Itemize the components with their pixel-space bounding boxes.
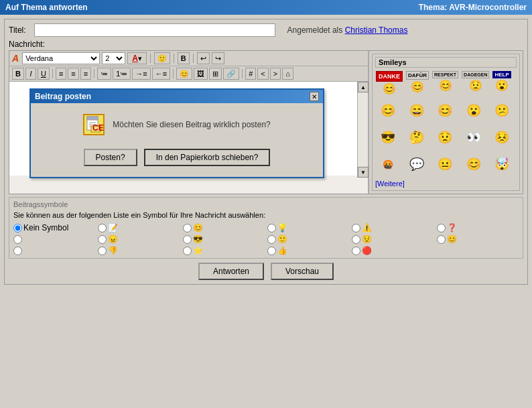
- weitere-link[interactable]: [Weitere]: [375, 180, 517, 188]
- smiley-danke[interactable]: DANKE 😊: [375, 70, 403, 96]
- bold-button[interactable]: B: [12, 68, 24, 80]
- vorschau-button[interactable]: Vorschau: [271, 263, 334, 280]
- sym-star: ⭐: [183, 246, 265, 255]
- sym-blank2: [13, 246, 95, 255]
- undo-button[interactable]: ↩: [197, 52, 210, 64]
- smiley-2[interactable]: 😄: [404, 98, 429, 123]
- scroll-down-button[interactable]: ▼: [358, 167, 369, 178]
- smiley-dafur[interactable]: DAFÜR 😊: [405, 70, 429, 96]
- sym-star-radio[interactable]: [183, 247, 192, 255]
- underline-button[interactable]: U: [38, 68, 50, 80]
- dialog-icon-row: CE Möchten Sie diesen Beitrag wirklich p…: [83, 114, 270, 135]
- post-button[interactable]: Posten?: [84, 149, 137, 166]
- smiley-9[interactable]: 👀: [461, 125, 486, 150]
- list-button[interactable]: ≔: [97, 68, 111, 80]
- smiley-respekt[interactable]: RESPEKT 😊: [431, 70, 459, 96]
- smiley-7[interactable]: 🤔: [404, 125, 429, 150]
- sym-neutral: 🙂: [267, 234, 349, 244]
- dialog-message: Möchten Sie diesen Beitrag wirklich post…: [113, 120, 270, 129]
- sym-thumbsup-radio[interactable]: [267, 247, 276, 255]
- smiley-15[interactable]: 🤯: [489, 151, 515, 177]
- dialog-titlebar: Beitrag posten ✕: [31, 90, 323, 103]
- trash-button[interactable]: In den Papierkorb schieben?: [144, 149, 271, 166]
- editor-container: A Verdana Arial Times New Roman 1 2 3 4 …: [9, 50, 523, 194]
- smiley-1[interactable]: 😊: [375, 98, 401, 123]
- hash-button[interactable]: #: [245, 68, 256, 80]
- redo-button[interactable]: ↪: [212, 52, 224, 64]
- user-link[interactable]: Christian Thomas: [345, 25, 408, 35]
- sym-cool-radio[interactable]: [183, 235, 192, 244]
- align-center-button[interactable]: ≡: [68, 68, 78, 80]
- misc-button[interactable]: ⌂: [282, 68, 293, 80]
- sym-frown: 😟: [352, 234, 434, 244]
- smiley-4[interactable]: 😮: [461, 98, 486, 123]
- align-left-button[interactable]: ≡: [56, 68, 66, 80]
- smiley-11[interactable]: 🤬: [375, 151, 401, 177]
- sym-thumbsdown: 👎: [98, 246, 180, 255]
- lt-button[interactable]: <: [257, 68, 268, 80]
- sym-blank2-radio[interactable]: [13, 247, 22, 255]
- smiley-button[interactable]: 🙂: [154, 52, 170, 64]
- sym-warn: ⚠️: [352, 223, 434, 232]
- sym-happy-radio[interactable]: [183, 224, 192, 232]
- sym-warn-radio[interactable]: [352, 224, 360, 232]
- outdent-button[interactable]: ←≡: [152, 68, 170, 80]
- window-title-left: Auf Thema antworten: [5, 3, 88, 12]
- sym-bulb: 💡: [267, 223, 349, 232]
- dialog-close-button[interactable]: ✕: [310, 92, 319, 101]
- sym-quest-radio[interactable]: [437, 224, 446, 232]
- antworten-button[interactable]: Antworten: [198, 263, 264, 280]
- editor-scrollbar: ▲ ▼: [357, 82, 368, 178]
- color-button[interactable]: A ▾: [127, 52, 147, 64]
- beitrags-title: Beitragssymbole: [13, 200, 519, 208]
- form-area: Titel: Angemeldet als Christian Thomas N…: [4, 19, 528, 285]
- emoticon-button[interactable]: 😊: [176, 68, 192, 80]
- smileys-panel: Smileys DANKE 😊 DAFÜR 😊 RESPEKT: [369, 51, 523, 194]
- smiley-5[interactable]: 😕: [489, 98, 515, 123]
- sym-cool: 😎: [183, 234, 265, 244]
- smiley-13[interactable]: 😐: [432, 151, 458, 177]
- bold-format-button[interactable]: B: [178, 52, 190, 64]
- beitrags-desc: Sie können aus der folgenden Liste ein S…: [13, 211, 519, 219]
- smiley-badges-row: DANKE 😊 DAFÜR 😊 RESPEKT 😊 DAGEGEN: [375, 70, 517, 96]
- table-button[interactable]: ⊞: [209, 68, 222, 80]
- dialog-body: CE Möchten Sie diesen Beitrag wirklich p…: [31, 103, 323, 177]
- smiley-dagegen[interactable]: DAGEGEN 😟: [461, 70, 490, 96]
- smileys-box: Smileys DANKE 😊 DAFÜR 😊 RESPEKT: [372, 54, 520, 191]
- title-bar: Auf Thema antworten Thema: AVR-Microcont…: [0, 0, 532, 15]
- sep3: [193, 54, 194, 63]
- smiley-12[interactable]: 💬: [404, 151, 429, 177]
- size-select[interactable]: 1 2 3 4: [102, 52, 125, 64]
- svg-rect-1: [87, 117, 98, 120]
- sym-kein-radio[interactable]: [13, 224, 22, 232]
- sym-doc-radio[interactable]: [98, 224, 107, 232]
- font-select[interactable]: Verdana Arial Times New Roman: [22, 52, 100, 64]
- sep5: [94, 69, 94, 78]
- align-right-button[interactable]: ≡: [80, 68, 91, 80]
- smiley-14[interactable]: 😊: [461, 151, 486, 177]
- link-button[interactable]: 🔗: [223, 68, 239, 80]
- smiley-6[interactable]: 😎: [375, 125, 401, 150]
- image-button[interactable]: 🖼: [194, 68, 208, 80]
- smiley-8[interactable]: 😟: [432, 125, 458, 150]
- scroll-track[interactable]: [358, 92, 368, 167]
- smiley-help[interactable]: HELP 😮: [492, 70, 511, 96]
- sym-blank-radio[interactable]: [13, 235, 22, 244]
- numlist-button[interactable]: 1≔: [113, 68, 131, 80]
- gt-button[interactable]: >: [270, 68, 281, 80]
- sym-bulb-radio[interactable]: [267, 224, 276, 232]
- document-icon: CE: [84, 115, 103, 134]
- sym-red-radio[interactable]: [352, 247, 360, 255]
- smiley-3[interactable]: 😊: [432, 98, 458, 123]
- smiley-10[interactable]: 😣: [489, 125, 515, 150]
- window-title-right: Thema: AVR-Microcontroller: [419, 3, 527, 12]
- sym-sad-radio[interactable]: [98, 235, 107, 244]
- sym-frown-radio[interactable]: [352, 235, 360, 244]
- sym-thumbsdown-radio[interactable]: [98, 247, 107, 255]
- title-input[interactable]: [34, 23, 275, 37]
- indent-button[interactable]: →≡: [132, 68, 150, 80]
- italic-button[interactable]: I: [25, 68, 36, 80]
- scroll-up-button[interactable]: ▲: [358, 82, 369, 92]
- sym-smile2-radio[interactable]: [437, 235, 446, 244]
- sym-neutral-radio[interactable]: [267, 235, 276, 244]
